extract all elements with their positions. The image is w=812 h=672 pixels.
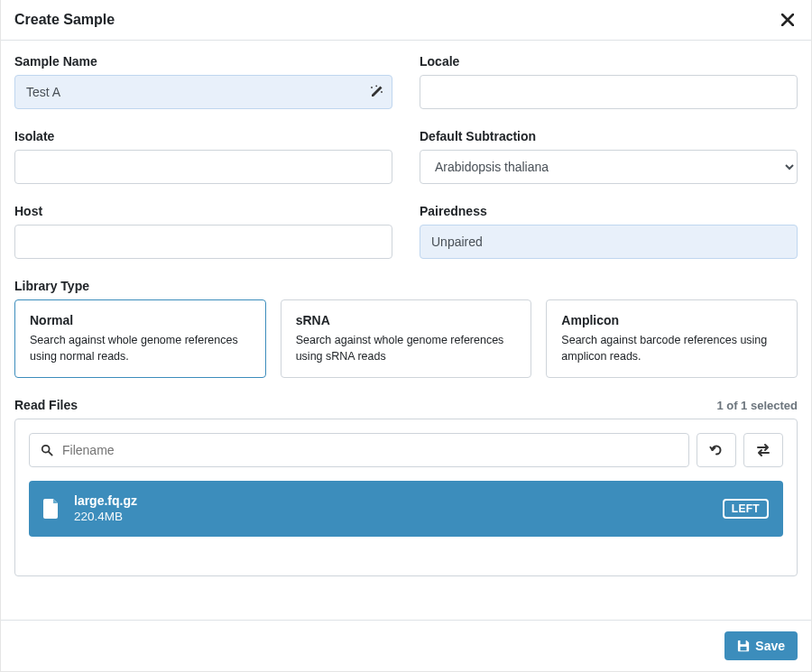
- close-button[interactable]: [778, 11, 798, 29]
- locale-input[interactable]: [420, 75, 798, 109]
- modal-footer: Save: [1, 620, 811, 671]
- pairedness-label: Pairedness: [420, 204, 798, 218]
- close-icon: [781, 14, 794, 26]
- read-files-toolbar: [29, 433, 783, 467]
- read-files-section: Read Files 1 of 1 selected: [14, 398, 798, 576]
- undo-button[interactable]: [697, 433, 736, 467]
- undo-icon: [709, 443, 724, 457]
- svg-point-2: [381, 91, 383, 93]
- read-file-name: large.fq.gz: [74, 492, 723, 509]
- search-icon: [41, 444, 53, 456]
- save-button-label: Save: [755, 639, 785, 653]
- library-option-desc: Search against whole genome references u…: [30, 332, 251, 364]
- form-row: Isolate Default Subtraction Arabidopsis …: [14, 129, 798, 184]
- form-group-host: Host: [14, 204, 392, 259]
- read-file-item[interactable]: large.fq.gz 220.4MB LEFT: [29, 481, 783, 537]
- host-label: Host: [14, 204, 392, 218]
- svg-point-1: [375, 85, 377, 87]
- sample-name-input-group: [14, 75, 392, 109]
- magic-wand-button[interactable]: [369, 85, 383, 99]
- read-files-box: large.fq.gz 220.4MB LEFT: [14, 419, 798, 576]
- file-icon: [43, 499, 60, 519]
- library-type-options: Normal Search against whole genome refer…: [14, 299, 798, 378]
- library-option-desc: Search against whole genome references u…: [296, 332, 517, 364]
- svg-line-4: [49, 452, 52, 456]
- read-file-info: large.fq.gz 220.4MB: [74, 492, 723, 525]
- library-option-normal[interactable]: Normal Search against whole genome refer…: [14, 299, 266, 378]
- magic-wand-icon: [369, 85, 383, 99]
- default-subtraction-select[interactable]: Arabidopsis thaliana: [420, 150, 798, 184]
- modal-title: Create Sample: [14, 12, 115, 28]
- default-subtraction-label: Default Subtraction: [420, 129, 798, 143]
- pairedness-value: Unpaired: [420, 225, 798, 259]
- library-type-label: Library Type: [14, 279, 798, 293]
- save-button[interactable]: Save: [724, 631, 798, 660]
- read-files-header: Read Files 1 of 1 selected: [14, 398, 798, 412]
- library-option-desc: Search against barcode references using …: [561, 332, 782, 364]
- sample-name-label: Sample Name: [14, 54, 392, 69]
- isolate-label: Isolate: [14, 129, 392, 143]
- sample-name-input[interactable]: [14, 75, 392, 109]
- form-row: Sample Name Locale: [14, 54, 798, 109]
- swap-button[interactable]: [743, 433, 783, 467]
- create-sample-modal: Create Sample Sample Name: [0, 0, 812, 672]
- isolate-input[interactable]: [14, 150, 392, 184]
- modal-body: Sample Name Locale: [1, 41, 811, 620]
- library-option-title: Normal: [30, 313, 251, 327]
- form-group-sample-name: Sample Name: [14, 54, 392, 109]
- library-option-title: sRNA: [296, 313, 517, 327]
- form-group-default-subtraction: Default Subtraction Arabidopsis thaliana: [420, 129, 798, 184]
- form-group-locale: Locale: [420, 54, 798, 109]
- library-option-amplicon[interactable]: Amplicon Search against barcode referenc…: [546, 299, 798, 378]
- library-type-section: Library Type Normal Search against whole…: [14, 279, 798, 378]
- library-option-srna[interactable]: sRNA Search against whole genome referen…: [281, 299, 532, 378]
- save-icon: [737, 640, 750, 652]
- library-option-title: Amplicon: [561, 313, 782, 327]
- form-group-isolate: Isolate: [14, 129, 392, 184]
- form-row: Host Pairedness Unpaired: [14, 204, 798, 259]
- svg-rect-5: [741, 640, 746, 644]
- read-file-badge: LEFT: [723, 499, 769, 519]
- read-files-count: 1 of 1 selected: [716, 399, 798, 412]
- svg-rect-6: [741, 647, 747, 650]
- read-files-label: Read Files: [14, 398, 78, 412]
- read-file-size: 220.4MB: [74, 509, 723, 525]
- locale-label: Locale: [420, 54, 798, 69]
- read-files-search[interactable]: [29, 433, 689, 467]
- modal-header: Create Sample: [1, 0, 811, 41]
- read-files-search-input[interactable]: [62, 443, 679, 457]
- form-group-pairedness: Pairedness Unpaired: [420, 204, 798, 259]
- host-input[interactable]: [14, 225, 392, 259]
- swap-icon: [755, 443, 771, 457]
- svg-point-0: [371, 87, 373, 88]
